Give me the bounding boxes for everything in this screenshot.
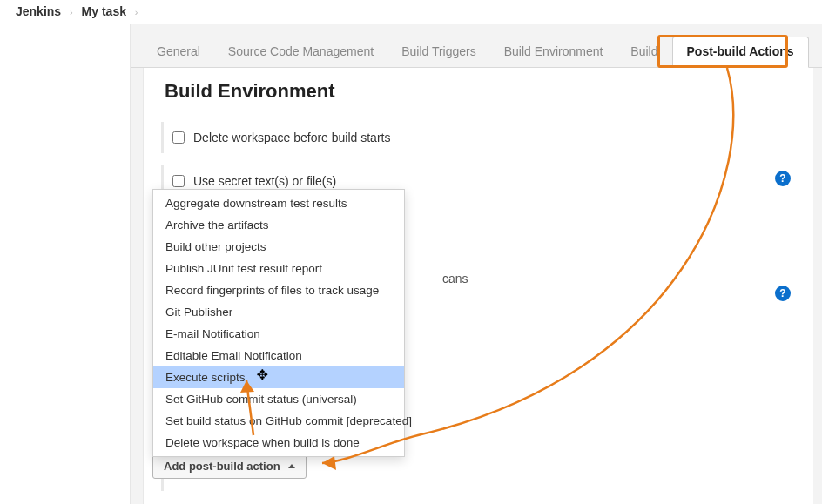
tab-scm[interactable]: Source Code Management xyxy=(214,37,387,67)
checkbox-secret-text[interactable] xyxy=(172,175,185,187)
help-icon[interactable]: ? xyxy=(775,171,791,186)
menu-item[interactable]: Set build status on GitHub commit [depre… xyxy=(153,410,404,432)
menu-item-execute-scripts[interactable]: Execute scripts xyxy=(153,366,404,388)
chevron-right-icon: › xyxy=(130,7,144,17)
button-label: Add post-build action xyxy=(164,460,280,473)
tab-env[interactable]: Build Environment xyxy=(490,37,617,67)
option-label: Delete workspace before build starts xyxy=(193,131,390,144)
menu-item[interactable]: Set GitHub commit status (universal) xyxy=(153,388,404,410)
post-build-action-menu: Aggregate downstream test results Archiv… xyxy=(152,189,405,457)
menu-item[interactable]: Git Publisher xyxy=(153,301,404,323)
checkbox-delete-workspace[interactable] xyxy=(172,131,185,144)
menu-item[interactable]: Record fingerprints of files to track us… xyxy=(153,279,404,301)
help-icon[interactable]: ? xyxy=(775,286,791,301)
breadcrumb: Jenkins › My task › xyxy=(0,0,822,24)
caret-up-icon xyxy=(288,464,295,468)
menu-item[interactable]: Build other projects xyxy=(153,236,404,258)
menu-item[interactable]: Editable Email Notification xyxy=(153,345,404,366)
tab-general[interactable]: General xyxy=(143,37,214,67)
menu-item[interactable]: Publish JUnit test result report xyxy=(153,258,404,279)
hidden-option-fragment: cans xyxy=(425,272,468,286)
sidebar xyxy=(0,24,131,504)
menu-item[interactable]: Archive the artifacts xyxy=(153,214,404,236)
menu-item[interactable]: Aggregate downstream test results xyxy=(153,192,404,214)
breadcrumb-item[interactable]: My task xyxy=(82,4,126,18)
menu-item[interactable]: Delete workspace when build is done xyxy=(153,432,404,454)
chevron-right-icon: › xyxy=(64,7,78,17)
menu-item[interactable]: E-mail Notification xyxy=(153,323,404,345)
breadcrumb-root[interactable]: Jenkins xyxy=(16,4,61,18)
section-title: Build Environment xyxy=(165,80,794,103)
tab-triggers[interactable]: Build Triggers xyxy=(387,37,490,67)
add-post-build-action-button[interactable]: Add post-build action xyxy=(152,454,307,479)
option-group: Delete workspace before build starts xyxy=(161,122,794,153)
option-label: Use secret text(s) or file(s) xyxy=(193,174,336,188)
annotation-highlight-tab xyxy=(657,35,788,68)
